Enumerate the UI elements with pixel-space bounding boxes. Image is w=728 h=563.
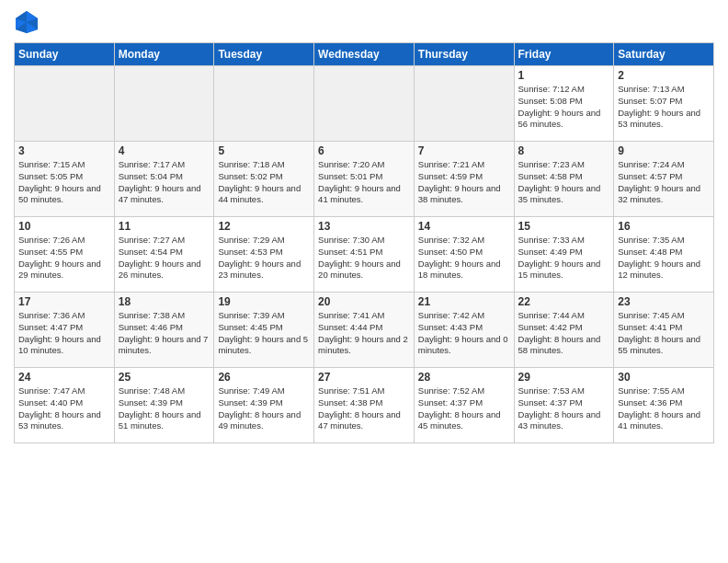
- day-info: Sunrise: 7:44 AM Sunset: 4:42 PM Dayligh…: [518, 310, 610, 357]
- day-cell: 25Sunrise: 7:48 AM Sunset: 4:39 PM Dayli…: [114, 368, 214, 443]
- day-number: 11: [119, 220, 210, 233]
- day-cell: 12Sunrise: 7:29 AM Sunset: 4:53 PM Dayli…: [214, 217, 314, 293]
- day-cell: 21Sunrise: 7:42 AM Sunset: 4:43 PM Dayli…: [414, 293, 514, 368]
- week-row-3: 10Sunrise: 7:26 AM Sunset: 4:55 PM Dayli…: [15, 217, 714, 293]
- day-cell: 22Sunrise: 7:44 AM Sunset: 4:42 PM Dayli…: [514, 293, 614, 368]
- day-info: Sunrise: 7:30 AM Sunset: 4:51 PM Dayligh…: [318, 235, 410, 282]
- day-info: Sunrise: 7:36 AM Sunset: 4:47 PM Dayligh…: [18, 310, 110, 357]
- day-number: 13: [318, 220, 410, 233]
- day-cell: 14Sunrise: 7:32 AM Sunset: 4:50 PM Dayli…: [414, 217, 514, 293]
- day-info: Sunrise: 7:12 AM Sunset: 5:08 PM Dayligh…: [518, 84, 610, 131]
- day-cell: 15Sunrise: 7:33 AM Sunset: 4:49 PM Dayli…: [514, 217, 614, 293]
- day-number: 8: [518, 144, 610, 157]
- day-number: 2: [618, 69, 710, 82]
- day-cell: 13Sunrise: 7:30 AM Sunset: 4:51 PM Dayli…: [314, 217, 415, 293]
- day-cell: [114, 66, 214, 142]
- day-cell: [214, 66, 314, 142]
- header: [14, 9, 714, 35]
- day-cell: 20Sunrise: 7:41 AM Sunset: 4:44 PM Dayli…: [314, 293, 415, 368]
- day-cell: 2Sunrise: 7:13 AM Sunset: 5:07 PM Daylig…: [614, 66, 714, 142]
- day-cell: 18Sunrise: 7:38 AM Sunset: 4:46 PM Dayli…: [114, 293, 214, 368]
- day-number: 21: [418, 295, 510, 308]
- calendar-header-row: SundayMondayTuesdayWednesdayThursdayFrid…: [15, 43, 714, 66]
- day-info: Sunrise: 7:24 AM Sunset: 4:57 PM Dayligh…: [618, 159, 710, 206]
- day-info: Sunrise: 7:18 AM Sunset: 5:02 PM Dayligh…: [218, 159, 310, 206]
- day-number: 14: [418, 220, 510, 233]
- week-row-2: 3Sunrise: 7:15 AM Sunset: 5:05 PM Daylig…: [15, 142, 714, 217]
- day-info: Sunrise: 7:27 AM Sunset: 4:54 PM Dayligh…: [119, 235, 210, 282]
- day-cell: 29Sunrise: 7:53 AM Sunset: 4:37 PM Dayli…: [514, 368, 614, 443]
- day-cell: 10Sunrise: 7:26 AM Sunset: 4:55 PM Dayli…: [15, 217, 115, 293]
- page: SundayMondayTuesdayWednesdayThursdayFrid…: [0, 0, 728, 563]
- day-info: Sunrise: 7:42 AM Sunset: 4:43 PM Dayligh…: [418, 310, 510, 357]
- week-row-1: 1Sunrise: 7:12 AM Sunset: 5:08 PM Daylig…: [15, 66, 714, 142]
- day-number: 15: [518, 220, 610, 233]
- day-number: 29: [518, 371, 610, 384]
- day-info: Sunrise: 7:53 AM Sunset: 4:37 PM Dayligh…: [518, 385, 610, 432]
- day-number: 25: [119, 371, 210, 384]
- day-number: 6: [318, 144, 410, 157]
- day-info: Sunrise: 7:29 AM Sunset: 4:53 PM Dayligh…: [218, 235, 310, 282]
- day-cell: [414, 66, 514, 142]
- week-row-5: 24Sunrise: 7:47 AM Sunset: 4:40 PM Dayli…: [15, 368, 714, 443]
- day-number: 26: [218, 371, 310, 384]
- header-friday: Friday: [514, 43, 614, 66]
- day-number: 23: [618, 295, 710, 308]
- day-number: 9: [618, 144, 710, 157]
- day-info: Sunrise: 7:38 AM Sunset: 4:46 PM Dayligh…: [119, 310, 210, 357]
- day-info: Sunrise: 7:41 AM Sunset: 4:44 PM Dayligh…: [318, 310, 410, 357]
- day-info: Sunrise: 7:55 AM Sunset: 4:36 PM Dayligh…: [618, 385, 710, 432]
- day-cell: 3Sunrise: 7:15 AM Sunset: 5:05 PM Daylig…: [15, 142, 115, 217]
- header-tuesday: Tuesday: [214, 43, 314, 66]
- day-cell: 11Sunrise: 7:27 AM Sunset: 4:54 PM Dayli…: [114, 217, 214, 293]
- day-number: 3: [18, 144, 110, 157]
- day-number: 20: [318, 295, 410, 308]
- day-cell: 17Sunrise: 7:36 AM Sunset: 4:47 PM Dayli…: [15, 293, 115, 368]
- day-cell: 28Sunrise: 7:52 AM Sunset: 4:37 PM Dayli…: [414, 368, 514, 443]
- day-number: 1: [518, 69, 610, 82]
- day-info: Sunrise: 7:35 AM Sunset: 4:48 PM Dayligh…: [618, 235, 710, 282]
- day-number: 19: [218, 295, 310, 308]
- day-info: Sunrise: 7:51 AM Sunset: 4:38 PM Dayligh…: [318, 385, 410, 432]
- day-number: 4: [119, 144, 210, 157]
- day-cell: 23Sunrise: 7:45 AM Sunset: 4:41 PM Dayli…: [614, 293, 714, 368]
- day-info: Sunrise: 7:39 AM Sunset: 4:45 PM Dayligh…: [218, 310, 310, 357]
- day-info: Sunrise: 7:21 AM Sunset: 4:59 PM Dayligh…: [418, 159, 510, 206]
- day-info: Sunrise: 7:23 AM Sunset: 4:58 PM Dayligh…: [518, 159, 610, 206]
- day-info: Sunrise: 7:17 AM Sunset: 5:04 PM Dayligh…: [119, 159, 210, 206]
- day-cell: 1Sunrise: 7:12 AM Sunset: 5:08 PM Daylig…: [514, 66, 614, 142]
- day-cell: [314, 66, 415, 142]
- header-thursday: Thursday: [414, 43, 514, 66]
- day-number: 7: [418, 144, 510, 157]
- calendar: SundayMondayTuesdayWednesdayThursdayFrid…: [14, 42, 714, 443]
- day-cell: 8Sunrise: 7:23 AM Sunset: 4:58 PM Daylig…: [514, 142, 614, 217]
- logo-icon: [14, 9, 40, 35]
- day-cell: 24Sunrise: 7:47 AM Sunset: 4:40 PM Dayli…: [15, 368, 115, 443]
- logo: [14, 9, 43, 35]
- day-number: 10: [18, 220, 110, 233]
- day-number: 12: [218, 220, 310, 233]
- day-info: Sunrise: 7:15 AM Sunset: 5:05 PM Dayligh…: [18, 159, 110, 206]
- day-info: Sunrise: 7:13 AM Sunset: 5:07 PM Dayligh…: [618, 84, 710, 131]
- header-saturday: Saturday: [614, 43, 714, 66]
- day-number: 24: [18, 371, 110, 384]
- day-number: 18: [119, 295, 210, 308]
- day-cell: 30Sunrise: 7:55 AM Sunset: 4:36 PM Dayli…: [614, 368, 714, 443]
- day-info: Sunrise: 7:47 AM Sunset: 4:40 PM Dayligh…: [18, 385, 110, 432]
- day-info: Sunrise: 7:26 AM Sunset: 4:55 PM Dayligh…: [18, 235, 110, 282]
- day-cell: 16Sunrise: 7:35 AM Sunset: 4:48 PM Dayli…: [614, 217, 714, 293]
- day-info: Sunrise: 7:33 AM Sunset: 4:49 PM Dayligh…: [518, 235, 610, 282]
- day-cell: 6Sunrise: 7:20 AM Sunset: 5:01 PM Daylig…: [314, 142, 415, 217]
- day-number: 28: [418, 371, 510, 384]
- day-info: Sunrise: 7:20 AM Sunset: 5:01 PM Dayligh…: [318, 159, 410, 206]
- day-cell: [15, 66, 115, 142]
- day-cell: 26Sunrise: 7:49 AM Sunset: 4:39 PM Dayli…: [214, 368, 314, 443]
- day-number: 16: [618, 220, 710, 233]
- header-wednesday: Wednesday: [314, 43, 415, 66]
- day-info: Sunrise: 7:49 AM Sunset: 4:39 PM Dayligh…: [218, 385, 310, 432]
- day-info: Sunrise: 7:48 AM Sunset: 4:39 PM Dayligh…: [119, 385, 210, 432]
- day-number: 17: [18, 295, 110, 308]
- day-cell: 5Sunrise: 7:18 AM Sunset: 5:02 PM Daylig…: [214, 142, 314, 217]
- header-sunday: Sunday: [15, 43, 115, 66]
- day-info: Sunrise: 7:45 AM Sunset: 4:41 PM Dayligh…: [618, 310, 710, 357]
